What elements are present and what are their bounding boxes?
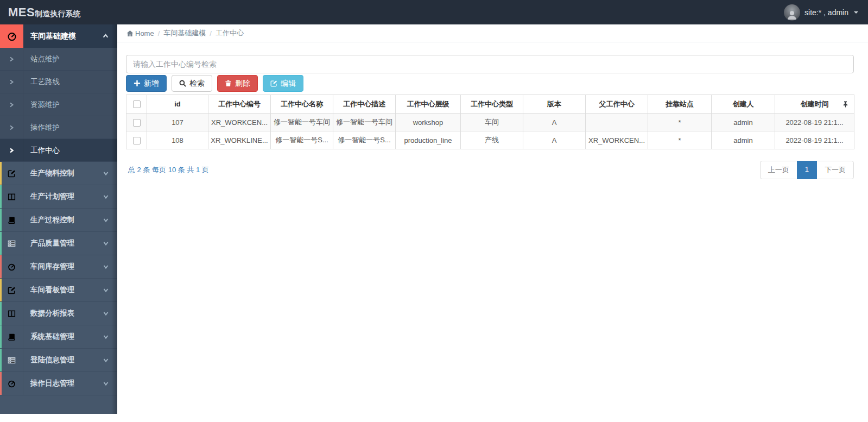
column-header-level: 工作中心层级 xyxy=(396,95,461,114)
cell-version: A xyxy=(523,114,586,131)
row-checkbox[interactable] xyxy=(133,137,141,144)
sidebar-item-process-route[interactable]: 工艺路线 xyxy=(0,71,117,93)
chevron-right-icon xyxy=(0,71,23,93)
sidebar-item-work-center-active[interactable]: 工作中心 xyxy=(0,139,117,162)
select-all-checkbox[interactable] xyxy=(133,100,141,108)
cell-station: * xyxy=(648,131,712,149)
cell-code: XR_WORKCEN... xyxy=(208,114,271,131)
chevron-down-icon xyxy=(103,264,109,269)
sidebar-item-label: 资源维护 xyxy=(23,100,60,110)
plus-icon xyxy=(134,80,141,87)
chevron-down-icon xyxy=(103,217,109,223)
search-button-label: 检索 xyxy=(189,79,205,89)
column-header-created: 创建时间 xyxy=(775,95,854,114)
pagination-summary: 总 2 条 每页 10 条 共 1 页 xyxy=(126,165,209,175)
sidebar-item-label: 登陆信息管理 xyxy=(23,355,103,365)
table-header-row: id 工作中心编号 工作中心名称 工作中心描述 工作中心层级 工作中心类型 版本… xyxy=(126,95,854,114)
cell-level: workshop xyxy=(396,114,461,131)
cell-name: 修一智能一号S... xyxy=(271,131,333,149)
sidebar-item-label: 生产过程控制 xyxy=(23,215,103,225)
sidebar-item-label: 车间看板管理 xyxy=(23,285,103,295)
trash-icon xyxy=(225,80,232,87)
book-icon xyxy=(0,325,23,348)
chevron-down-icon xyxy=(103,171,109,176)
cell-desc: 修一智能一号S... xyxy=(333,131,396,149)
sidebar-item-process-control[interactable]: 生产过程控制 xyxy=(0,209,117,232)
toolbar: 新增 检索 删除 编辑 xyxy=(126,75,854,92)
pagination-row: 总 2 条 每页 10 条 共 1 页 上一页 1 下一页 xyxy=(126,161,854,179)
row-checkbox[interactable] xyxy=(133,119,141,127)
breadcrumb-workshop-modeling[interactable]: 车间基础建模 xyxy=(163,28,206,38)
sidebar-item-label: 数据分析报表 xyxy=(23,308,103,318)
work-center-search-input[interactable] xyxy=(126,55,854,73)
chevron-right-icon xyxy=(0,48,23,70)
item-color-strip xyxy=(0,162,2,185)
sidebar-item-kanban-management[interactable]: 车间看板管理 xyxy=(0,279,117,302)
chevron-down-icon xyxy=(103,381,109,386)
top-navbar: MES制造执行系统 site:* , admin xyxy=(0,0,868,24)
add-button-label: 新增 xyxy=(144,79,159,89)
breadcrumb-current: 工作中心 xyxy=(216,28,244,38)
sidebar-item-label: 工作中心 xyxy=(23,146,60,155)
chevron-up-icon xyxy=(103,33,109,39)
sidebar-item-label: 生产计划管理 xyxy=(23,192,103,201)
sidebar-item-operation-log-management[interactable]: 操作日志管理 xyxy=(0,372,117,395)
sidebar-item-plan-management[interactable]: 生产计划管理 xyxy=(0,185,117,209)
user-menu-label: site:* , admin xyxy=(804,8,848,17)
add-button[interactable]: 新增 xyxy=(126,75,167,92)
column-header-parent: 父工作中心 xyxy=(586,95,648,114)
caret-down-icon xyxy=(854,11,858,14)
prev-page-button[interactable]: 上一页 xyxy=(760,161,797,179)
sidebar-item-login-info-management[interactable]: 登陆信息管理 xyxy=(0,349,117,372)
edit-icon xyxy=(0,279,23,301)
item-color-strip xyxy=(0,255,2,278)
sidebar-item-label: 操作维护 xyxy=(23,123,60,133)
item-color-strip xyxy=(0,232,2,255)
table-row: 107 XR_WORKCEN... 修一智能一号车间 修一智能一号车间 work… xyxy=(126,114,854,131)
cell-type: 产线 xyxy=(461,131,523,149)
breadcrumb: Home / 车间基础建模 / 工作中心 xyxy=(117,24,868,42)
cell-created: 2022-08-19 21:1... xyxy=(775,114,854,131)
list-icon xyxy=(0,232,23,255)
delete-button[interactable]: 删除 xyxy=(217,75,258,92)
item-color-strip xyxy=(0,209,2,231)
sidebar-item-data-reports[interactable]: 数据分析报表 xyxy=(0,302,117,325)
dashboard-icon xyxy=(0,372,23,395)
pushpin-icon[interactable] xyxy=(842,101,848,108)
chevron-right-icon xyxy=(0,93,23,116)
column-header-name: 工作中心名称 xyxy=(271,95,333,114)
sidebar-item-label: 站点维护 xyxy=(23,54,60,64)
page-1-button[interactable]: 1 xyxy=(797,161,817,179)
user-menu[interactable]: site:* , admin xyxy=(784,4,868,21)
sidebar-item-label: 产品质量管理 xyxy=(23,238,103,248)
item-color-strip xyxy=(0,279,2,301)
sidebar-item-operation-maintenance[interactable]: 操作维护 xyxy=(0,116,117,139)
cell-code: XR_WORKLINE... xyxy=(208,131,271,149)
chevron-right-icon xyxy=(0,139,23,161)
item-color-strip xyxy=(0,185,2,208)
main-content: Home / 车间基础建模 / 工作中心 新增 检索 删除 编辑 xyxy=(117,24,868,422)
edit-icon xyxy=(0,162,23,185)
breadcrumb-home[interactable]: Home xyxy=(135,29,154,37)
sidebar-item-system-management[interactable]: 系统基础管理 xyxy=(0,325,117,349)
sidebar-item-quality-management[interactable]: 产品质量管理 xyxy=(0,232,117,255)
sidebar-item-resource-maintenance[interactable]: 资源维护 xyxy=(0,93,117,116)
search-button[interactable]: 检索 xyxy=(172,75,212,92)
sidebar-section-workshop-modeling[interactable]: 车间基础建模 xyxy=(0,24,117,48)
item-color-strip xyxy=(0,325,2,348)
column-header-id: id xyxy=(147,95,208,114)
column-header-code: 工作中心编号 xyxy=(208,95,271,114)
edit-button[interactable]: 编辑 xyxy=(263,75,303,92)
list-icon xyxy=(0,349,23,371)
chevron-right-icon xyxy=(0,116,23,138)
sidebar-item-station-maintenance[interactable]: 站点维护 xyxy=(0,48,117,71)
next-page-button[interactable]: 下一页 xyxy=(816,161,854,179)
breadcrumb-separator: / xyxy=(158,29,160,37)
chevron-down-icon xyxy=(103,194,109,199)
cell-name: 修一智能一号车间 xyxy=(271,114,333,131)
sidebar-item-inventory-management[interactable]: 车间库存管理 xyxy=(0,255,117,279)
sidebar-item-material-control[interactable]: 生产物料控制 xyxy=(0,162,117,185)
chevron-down-icon xyxy=(103,311,109,316)
sidebar-item-label: 操作日志管理 xyxy=(23,379,103,388)
column-header-station: 挂靠站点 xyxy=(648,95,712,114)
